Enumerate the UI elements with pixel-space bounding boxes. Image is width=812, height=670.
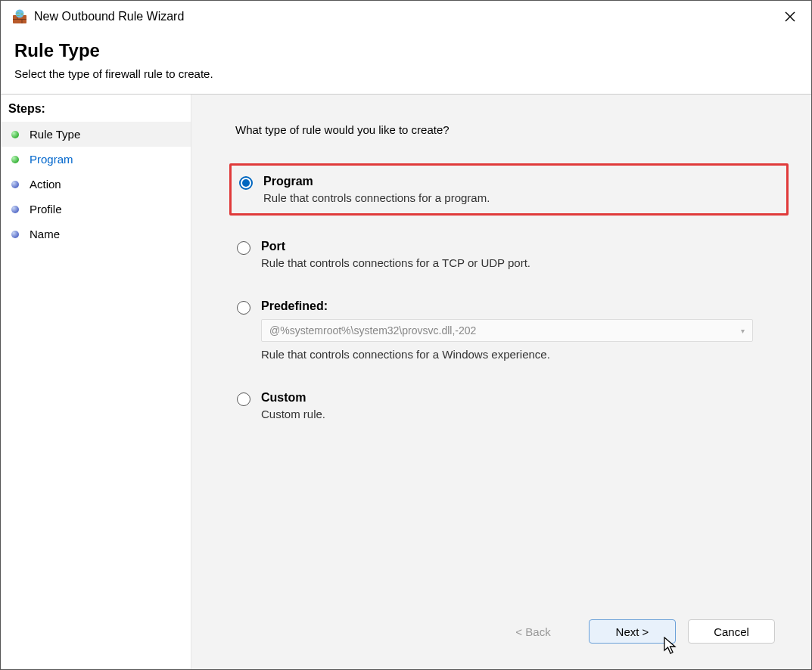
radio-custom[interactable] (237, 392, 250, 406)
option-desc: Rule that controls connections for a Win… (261, 348, 781, 361)
main-panel: What type of rule would you like to crea… (191, 95, 811, 669)
footer: < Back Next > Cancel (229, 612, 789, 659)
page-subtitle: Select the type of firewall rule to crea… (14, 67, 798, 80)
bullet-icon (11, 181, 19, 188)
option-title: Custom (261, 391, 781, 405)
bullet-icon (11, 206, 19, 213)
option-desc: Rule that controls connections for a pro… (263, 191, 779, 204)
sidebar-item-name[interactable]: Name (1, 222, 191, 247)
close-icon (785, 11, 795, 22)
close-button[interactable] (775, 5, 805, 28)
sidebar-item-profile[interactable]: Profile (1, 197, 191, 222)
bullet-icon (11, 231, 19, 238)
steps-label: Steps: (1, 95, 191, 122)
wizard-window: New Outbound Rule Wizard Rule Type Selec… (0, 0, 812, 670)
option-title: Program (263, 175, 779, 188)
sidebar-item-rule-type[interactable]: Rule Type (1, 122, 191, 147)
option-body: Custom Custom rule. (261, 391, 781, 420)
page-title: Rule Type (14, 40, 798, 61)
radio-program[interactable] (239, 176, 253, 190)
option-title: Predefined: (261, 299, 781, 313)
option-port[interactable]: Port Rule that controls connections for … (229, 234, 789, 275)
radio-predefined[interactable] (237, 301, 250, 315)
svg-point-4 (16, 10, 24, 18)
sidebar-item-label: Profile (30, 203, 62, 216)
sidebar-item-action[interactable]: Action (1, 172, 191, 197)
bullet-icon (11, 156, 19, 163)
bullet-icon (11, 131, 19, 138)
option-program[interactable]: Program Rule that controls connections f… (229, 163, 789, 216)
next-button[interactable]: Next > (589, 619, 676, 644)
sidebar: Steps: Rule Type Program Action Profile … (1, 95, 191, 669)
back-button: < Back (490, 619, 577, 644)
option-title: Port (261, 240, 781, 253)
option-body: Program Rule that controls connections f… (263, 175, 779, 204)
prompt-text: What type of rule would you like to crea… (235, 123, 789, 136)
option-body: Port Rule that controls connections for … (261, 240, 781, 269)
option-desc: Rule that controls connections for a TCP… (261, 256, 781, 269)
sidebar-item-label: Action (30, 178, 61, 191)
cancel-button[interactable]: Cancel (688, 619, 775, 644)
sidebar-item-label: Name (30, 228, 60, 240)
window-title: New Outbound Rule Wizard (34, 10, 775, 23)
option-body: Predefined: @%systemroot%\system32\provs… (261, 299, 781, 361)
header: Rule Type Select the type of firewall ru… (1, 33, 811, 94)
option-custom[interactable]: Custom Custom rule. (229, 385, 789, 427)
body: Steps: Rule Type Program Action Profile … (1, 95, 811, 669)
option-desc: Custom rule. (261, 408, 781, 420)
dropdown-value: @%systemroot%\system32\provsvc.dll,-202 (269, 324, 476, 337)
predefined-dropdown[interactable]: @%systemroot%\system32\provsvc.dll,-202 … (261, 319, 753, 342)
sidebar-item-label: Program (30, 153, 73, 166)
option-predefined[interactable]: Predefined: @%systemroot%\system32\provs… (229, 293, 789, 367)
sidebar-item-label: Rule Type (30, 128, 80, 141)
firewall-icon (11, 8, 28, 25)
sidebar-item-program[interactable]: Program (1, 147, 191, 172)
chevron-down-icon: ▾ (741, 327, 745, 335)
titlebar: New Outbound Rule Wizard (1, 1, 811, 33)
radio-port[interactable] (237, 241, 250, 255)
options-group: Program Rule that controls connections f… (229, 163, 789, 427)
